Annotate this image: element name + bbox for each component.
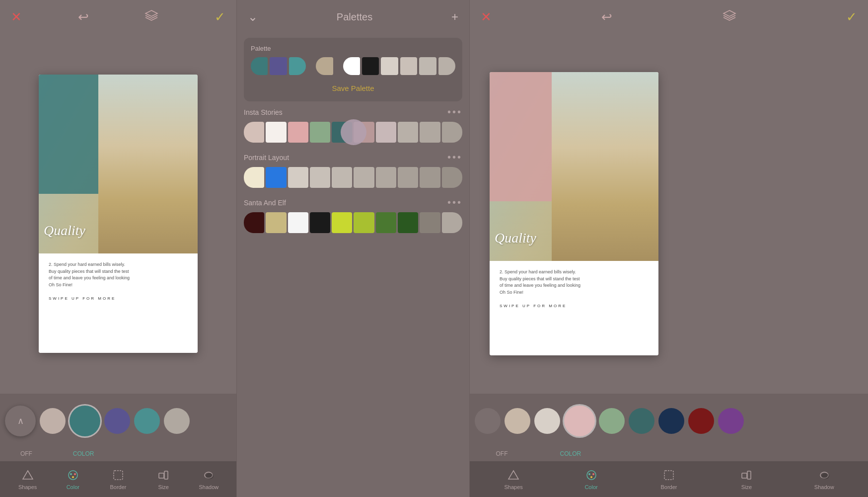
palette-swatch-gray4[interactable] bbox=[438, 57, 455, 75]
color-option-teal2[interactable] bbox=[134, 408, 160, 434]
right-color-red[interactable] bbox=[688, 408, 714, 434]
insta-stories-menu[interactable]: ••• bbox=[447, 106, 462, 118]
svg-point-21 bbox=[821, 473, 829, 479]
palette-swatch-gray2[interactable] bbox=[400, 57, 417, 75]
save-palette-button[interactable]: Save Palette bbox=[251, 82, 455, 94]
right-toolbar-shapes[interactable]: Shapes bbox=[499, 468, 528, 490]
color-scroll-left[interactable]: ∧ bbox=[5, 406, 36, 436]
shadow-icon bbox=[202, 468, 216, 482]
right-layers-button[interactable] bbox=[723, 8, 736, 26]
toolbar-size[interactable]: Size bbox=[148, 468, 178, 490]
portrait-swatch-8[interactable] bbox=[398, 167, 418, 188]
santa-swatch-10[interactable] bbox=[442, 212, 462, 233]
svg-point-5 bbox=[72, 476, 74, 478]
toolbar-shadow[interactable]: Shadow bbox=[194, 468, 223, 490]
undo-button[interactable]: ↩ bbox=[78, 9, 89, 25]
add-palette-button[interactable]: + bbox=[451, 10, 458, 24]
right-canvas-image-section: Quality bbox=[490, 72, 658, 261]
insta-swatch-7[interactable] bbox=[376, 122, 396, 143]
portrait-swatch-4[interactable] bbox=[310, 167, 330, 188]
shapes-label: Shapes bbox=[18, 484, 37, 490]
color-option-1[interactable] bbox=[40, 408, 66, 434]
right-color-purple[interactable] bbox=[718, 408, 744, 434]
canvas-body-text: 2. Spend your hard earned bills wisely. … bbox=[49, 261, 188, 288]
right-toolbar-border[interactable]: Border bbox=[654, 468, 684, 490]
portrait-swatch-2[interactable] bbox=[266, 167, 286, 188]
right-toolbar-shadow[interactable]: Shadow bbox=[809, 468, 839, 490]
santa-swatch-4[interactable] bbox=[310, 212, 330, 233]
right-canvas-text-section: 2. Spend your hard earned bills wisely. … bbox=[490, 261, 658, 355]
santa-swatch-1[interactable] bbox=[244, 212, 264, 233]
right-color-scroll-left[interactable] bbox=[475, 408, 501, 434]
portrait-swatch-10[interactable] bbox=[442, 167, 462, 188]
right-shadow-label: Shadow bbox=[814, 484, 834, 490]
portrait-swatch-3[interactable] bbox=[288, 167, 308, 188]
insta-swatch-3[interactable] bbox=[288, 122, 308, 143]
canvas-image-section: Quality bbox=[39, 75, 198, 253]
palette-swatch-gray1[interactable] bbox=[381, 57, 398, 75]
right-color-green[interactable] bbox=[599, 408, 625, 434]
right-shapes-label: Shapes bbox=[505, 484, 523, 490]
right-toolbar-color[interactable]: Color bbox=[577, 468, 606, 490]
palette-swatch-1[interactable] bbox=[251, 57, 268, 75]
border-icon bbox=[111, 468, 125, 482]
palette-swatch-3[interactable] bbox=[289, 57, 306, 75]
right-toolbar-size[interactable]: Size bbox=[731, 468, 761, 490]
insta-swatch-9[interactable] bbox=[420, 122, 440, 143]
santa-swatch-5[interactable] bbox=[332, 212, 352, 233]
right-confirm-button[interactable]: ✓ bbox=[846, 9, 857, 25]
right-undo-button[interactable]: ↩ bbox=[601, 9, 612, 25]
portrait-swatch-5[interactable] bbox=[332, 167, 352, 188]
back-icon[interactable]: ⌄ bbox=[248, 10, 258, 24]
right-color-2[interactable] bbox=[534, 408, 560, 434]
right-color-strip bbox=[470, 394, 868, 448]
portrait-swatch-1[interactable] bbox=[244, 167, 264, 188]
right-color-pink[interactable] bbox=[564, 406, 595, 436]
insta-swatch-1[interactable] bbox=[244, 122, 264, 143]
palettes-scroll[interactable]: Palette Save Palette Insta Stories bbox=[237, 34, 469, 497]
close-button[interactable]: ✕ bbox=[11, 9, 22, 25]
portrait-swatch-7[interactable] bbox=[376, 167, 396, 188]
color-option-purple[interactable] bbox=[104, 408, 130, 434]
right-close-button[interactable]: ✕ bbox=[481, 9, 492, 25]
layers-button[interactable] bbox=[145, 8, 158, 26]
palette-swatch-white[interactable] bbox=[343, 57, 360, 75]
right-color-1[interactable] bbox=[505, 408, 530, 434]
portrait-swatch-9[interactable] bbox=[420, 167, 440, 188]
color-option-teal[interactable] bbox=[70, 406, 100, 436]
palette-swatch-gray3[interactable] bbox=[419, 57, 436, 75]
palette-swatch-tan[interactable] bbox=[316, 57, 333, 75]
right-label-color: COLOR bbox=[560, 450, 581, 457]
svg-rect-17 bbox=[664, 471, 673, 480]
right-color-navy[interactable] bbox=[658, 408, 684, 434]
right-border-label: Border bbox=[660, 484, 677, 490]
palette-swatch-black[interactable] bbox=[362, 57, 379, 75]
santa-swatch-2[interactable] bbox=[266, 212, 286, 233]
insta-swatch-2[interactable] bbox=[266, 122, 286, 143]
insta-swatch-8[interactable] bbox=[398, 122, 418, 143]
color-option-5[interactable] bbox=[164, 408, 190, 434]
left-phone-canvas: Quality 2. Spend your hard earned bills … bbox=[39, 75, 198, 353]
santa-swatch-8[interactable] bbox=[398, 212, 418, 233]
right-color-label: Color bbox=[584, 484, 597, 490]
confirm-button[interactable]: ✓ bbox=[215, 9, 225, 25]
portrait-swatch-6[interactable] bbox=[354, 167, 374, 188]
insta-stories-section: Insta Stories ••• bbox=[244, 106, 462, 143]
insta-swatch-4[interactable] bbox=[310, 122, 330, 143]
santa-elf-menu[interactable]: ••• bbox=[447, 197, 462, 208]
toolbar-border[interactable]: Border bbox=[103, 468, 133, 490]
santa-swatch-3[interactable] bbox=[288, 212, 308, 233]
insta-swatch-10[interactable] bbox=[442, 122, 462, 143]
left-canvas-area: Quality 2. Spend your hard earned bills … bbox=[0, 34, 236, 394]
right-color-teal[interactable] bbox=[629, 408, 654, 434]
santa-swatch-6[interactable] bbox=[354, 212, 374, 233]
palette-swatch-2[interactable] bbox=[270, 57, 287, 75]
toolbar-shapes[interactable]: Shapes bbox=[13, 468, 43, 490]
santa-swatch-9[interactable] bbox=[420, 212, 440, 233]
right-phone-canvas: Quality 2. Spend your hard earned bills … bbox=[490, 72, 658, 355]
portrait-layout-menu[interactable]: ••• bbox=[447, 152, 462, 163]
toolbar-color[interactable]: Color bbox=[58, 468, 88, 490]
svg-rect-19 bbox=[747, 471, 751, 479]
santa-swatch-7[interactable] bbox=[376, 212, 396, 233]
center-panel: ⌄ Palettes + Palette Save Palette bbox=[236, 0, 470, 497]
